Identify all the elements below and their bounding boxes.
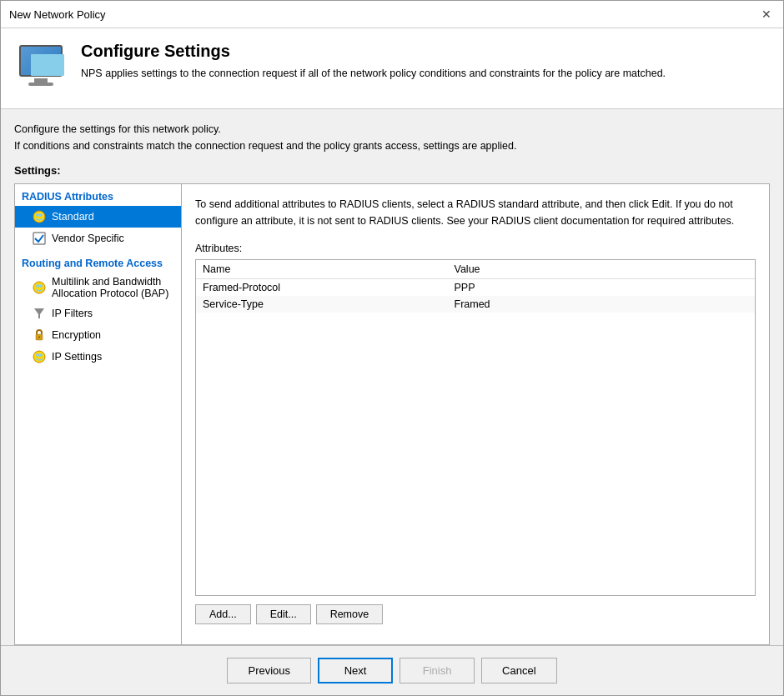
attr-value-0: PPP [448, 279, 756, 297]
svg-point-5 [36, 284, 39, 288]
previous-button[interactable]: Previous [227, 658, 311, 683]
remove-button[interactable]: Remove [316, 604, 384, 624]
sidebar-item-ip-filters-label: IP Filters [52, 308, 93, 319]
table-row[interactable]: Framed-Protocol PPP [196, 279, 755, 297]
svg-point-12 [39, 353, 43, 357]
attributes-label: Attributes: [195, 243, 756, 254]
sidebar-item-vendor-specific[interactable]: Vendor Specific [15, 228, 181, 249]
cancel-button[interactable]: Cancel [481, 658, 556, 683]
header-title: Configure Settings [81, 42, 666, 61]
column-header-name: Name [196, 260, 448, 279]
settings-panel: RADIUS Attributes Standard [14, 183, 770, 645]
header-description: NPS applies settings to the connection r… [81, 66, 666, 82]
svg-marker-7 [34, 308, 44, 318]
attributes-table-wrapper: Name Value Framed-Protocol PPP Service-T… [195, 259, 756, 596]
attr-value-1: Framed [448, 296, 756, 313]
sidebar-item-encryption-label: Encryption [52, 329, 101, 341]
next-button[interactable]: Next [318, 658, 393, 683]
sidebar-category-routing: Routing and Remote Access [15, 254, 181, 273]
body-section: Configure the settings for this network … [1, 109, 783, 645]
sidebar-item-ip-settings[interactable]: IP Settings [15, 346, 181, 368]
sidebar-item-encryption[interactable]: Encryption [15, 324, 181, 346]
svg-point-10 [33, 351, 45, 363]
sidebar-item-vendor-label: Vendor Specific [52, 233, 124, 244]
sidebar-item-standard[interactable]: Standard [15, 206, 181, 228]
settings-sidebar: RADIUS Attributes Standard [15, 184, 182, 644]
sidebar-item-multilink-label: Multilink and Bandwidth Allocation Proto… [52, 276, 174, 299]
svg-point-4 [33, 282, 45, 293]
content-description: To send additional attributes to RADIUS … [195, 196, 756, 229]
dialog-title: New Network Policy [9, 8, 106, 21]
sidebar-item-ip-filters[interactable]: IP Filters [15, 303, 181, 324]
edit-button[interactable]: Edit... [256, 604, 311, 624]
standard-icon [32, 209, 47, 224]
table-row[interactable]: Service-Type Framed [196, 296, 755, 313]
attr-name-1: Service-Type [196, 296, 448, 313]
settings-content: To send additional attributes to RADIUS … [182, 184, 769, 644]
sidebar-item-multilink[interactable]: Multilink and Bandwidth Allocation Proto… [15, 273, 181, 303]
lock-icon [32, 328, 47, 343]
header-section: Configure Settings NPS applies settings … [1, 28, 783, 109]
sidebar-item-standard-label: Standard [52, 211, 94, 223]
add-button[interactable]: Add... [195, 604, 251, 624]
ip-settings-icon [32, 349, 47, 364]
sidebar-category-radius: RADIUS Attributes [15, 188, 181, 206]
settings-label: Settings: [14, 164, 770, 177]
multilink-icon [32, 280, 47, 295]
svg-point-11 [36, 353, 39, 357]
sidebar-item-ip-settings-label: IP Settings [52, 351, 102, 363]
footer-section: Previous Next Finish Cancel [1, 645, 783, 695]
close-button[interactable]: ✕ [758, 6, 775, 23]
svg-point-9 [38, 336, 40, 338]
attr-name-0: Framed-Protocol [196, 279, 448, 297]
svg-point-6 [39, 284, 43, 288]
intro-text: Configure the settings for this network … [14, 121, 770, 154]
svg-point-2 [39, 213, 43, 217]
header-icon [14, 42, 68, 95]
title-bar: New Network Policy ✕ [1, 1, 783, 28]
header-content: Configure Settings NPS applies settings … [81, 42, 666, 82]
attribute-buttons: Add... Edit... Remove [195, 604, 756, 624]
attributes-table: Name Value Framed-Protocol PPP Service-T… [196, 260, 755, 313]
finish-button[interactable]: Finish [400, 658, 475, 683]
column-header-value: Value [448, 260, 756, 279]
svg-point-0 [33, 211, 45, 223]
svg-point-1 [36, 213, 39, 217]
filter-icon [32, 306, 47, 321]
vendor-icon [32, 231, 47, 246]
dialog-window: New Network Policy ✕ Configure Settings … [0, 0, 784, 696]
